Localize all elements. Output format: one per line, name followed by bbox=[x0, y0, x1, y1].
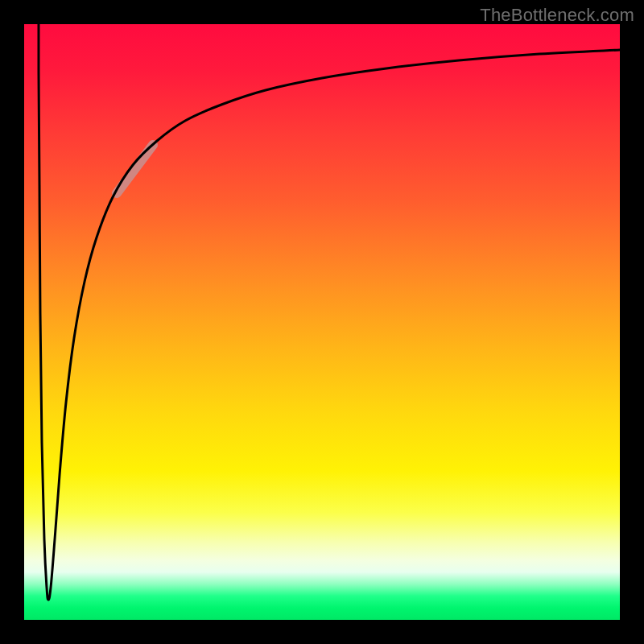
plot-area bbox=[24, 24, 620, 620]
chart-container: { "watermark": "TheBottleneck.com", "cha… bbox=[0, 0, 644, 644]
watermark-text: TheBottleneck.com bbox=[480, 5, 634, 26]
curve-svg bbox=[24, 24, 620, 620]
curve-main bbox=[39, 24, 620, 600]
curve-highlight-segment bbox=[117, 145, 153, 193]
